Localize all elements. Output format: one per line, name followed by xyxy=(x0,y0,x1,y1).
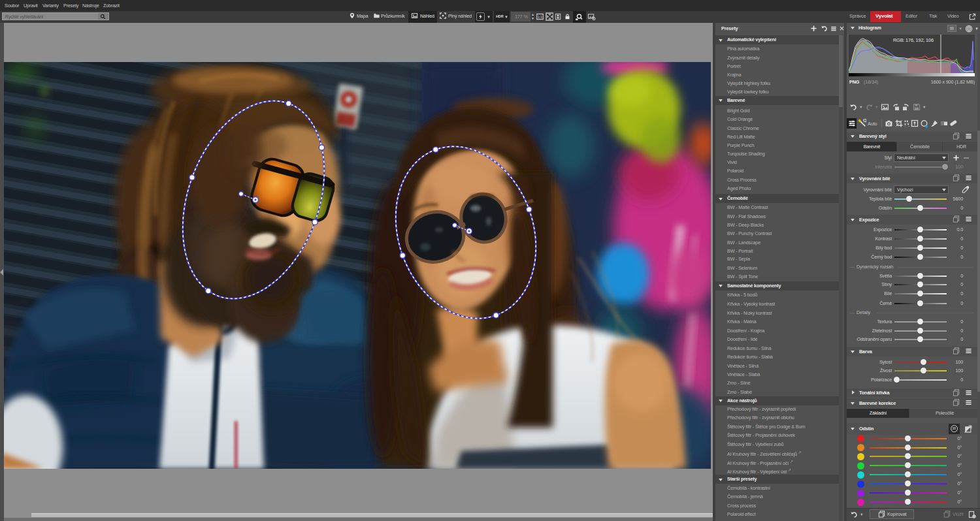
svg-text:1:1: 1:1 xyxy=(538,15,542,19)
